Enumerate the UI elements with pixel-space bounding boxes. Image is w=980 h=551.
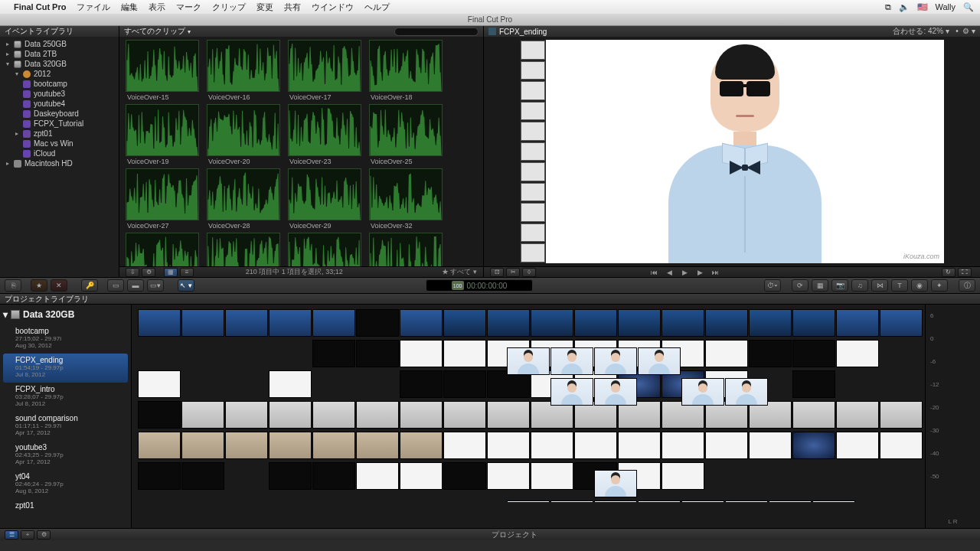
import-button[interactable]: ⇩ [126, 268, 139, 277]
app-menu[interactable]: Final Cut Pro [14, 2, 66, 11]
thumbnail[interactable] [269, 370, 312, 398]
thumbnail[interactable] [662, 309, 704, 337]
thumbnail[interactable] [181, 432, 224, 459]
thumbnail[interactable] [705, 432, 748, 459]
thumbnail[interactable] [487, 401, 530, 429]
event-item[interactable]: youtube4 [0, 99, 119, 109]
thumbnail[interactable] [531, 309, 573, 337]
thumbnail[interactable] [356, 309, 399, 337]
thumbnail[interactable] [507, 500, 550, 502]
thumbnail[interactable] [312, 340, 355, 367]
photos-button[interactable]: 📷 [831, 279, 848, 292]
clip-item[interactable] [288, 233, 361, 266]
thumbnail[interactable] [312, 309, 355, 337]
display-icon[interactable]: ⧉ [885, 2, 891, 12]
thumbnail[interactable] [225, 401, 268, 429]
drive-item[interactable]: ▸Data 250GB [0, 39, 119, 49]
thumbnail[interactable] [681, 378, 724, 406]
effects-button[interactable]: ▦ [812, 279, 828, 292]
thumbnail[interactable] [749, 432, 792, 459]
event-item[interactable]: bootcamp [0, 79, 119, 89]
event-item[interactable]: ▸zpt01 [0, 129, 119, 139]
clip-item[interactable]: VoiceOver-20 [207, 104, 280, 165]
thumbnail[interactable] [836, 309, 879, 337]
select-tool[interactable]: ↖ ▾ [178, 279, 194, 292]
clip-item[interactable]: VoiceOver-16 [207, 40, 280, 101]
thumbnail[interactable] [443, 340, 486, 367]
play-button[interactable]: ▶ [679, 269, 690, 276]
thumbnail[interactable] [531, 462, 573, 490]
drive-item[interactable]: ▸Data 2TB [0, 49, 119, 59]
menu-mark[interactable]: マーク [176, 2, 201, 13]
event-item[interactable]: Daskeyboard [0, 109, 119, 119]
project-row[interactable]: sound comparison01:17;11 - 29.97iApr 17,… [3, 412, 128, 441]
thumbnail[interactable] [705, 309, 748, 337]
thumbnail[interactable] [792, 309, 835, 337]
menu-modify[interactable]: 変更 [256, 2, 273, 13]
thumbnail[interactable] [400, 340, 443, 367]
import-media-button[interactable]: ⎘ [5, 279, 21, 292]
thumbnail[interactable] [443, 462, 486, 490]
thumbnail[interactable] [618, 309, 661, 337]
thumbnail[interactable] [662, 432, 704, 459]
viewer-canvas[interactable]: iKouza.com [484, 37, 980, 266]
thumbnail[interactable] [574, 432, 617, 459]
clip-item[interactable] [369, 233, 443, 266]
project-row[interactable]: FCPX_ending01:54;19 - 29.97pJul 8, 2012 [3, 354, 128, 383]
menu-edit[interactable]: 編集 [121, 2, 138, 13]
thumbnail[interactable] [550, 378, 593, 406]
thumbnail[interactable] [487, 432, 530, 459]
go-end-button[interactable]: ⏭ [710, 269, 720, 276]
clip-item[interactable]: VoiceOver-23 [288, 104, 361, 165]
user-name[interactable]: Wally [936, 2, 956, 11]
project-row[interactable]: FCPX_intro03:28;07 - 29.97pJul 8, 2012 [3, 383, 128, 412]
viewer-settings-button[interactable]: ⚙ ▾ [962, 27, 975, 35]
thumbnail[interactable] [725, 378, 768, 406]
macos-menubar[interactable]: Final Cut Pro ファイル 編集 表示 マーク クリップ 変更 共有 … [0, 0, 980, 14]
thumbnail[interactable] [749, 340, 792, 367]
thumbnail[interactable] [356, 340, 399, 367]
go-start-button[interactable]: ⏮ [648, 269, 659, 276]
event-item[interactable]: iCloud [0, 148, 119, 158]
clip-item[interactable]: VoiceOver-25 [369, 104, 443, 165]
loop-button[interactable]: ↻ [942, 268, 956, 277]
thumbnail[interactable] [880, 432, 923, 459]
thumbnail[interactable] [443, 432, 486, 459]
thumbnail[interactable] [792, 370, 835, 398]
transitions-button[interactable]: ⋈ [871, 279, 888, 292]
thumbnail[interactable] [594, 347, 637, 375]
project-drive[interactable]: ▾Data 320GB [3, 309, 128, 320]
retime-button[interactable]: ⏱▾ [764, 279, 781, 292]
generators-button[interactable]: ◉ [911, 279, 928, 292]
flag-icon[interactable]: 🇺🇸 [917, 2, 928, 12]
timeline-index-button[interactable]: ☰ [5, 530, 18, 540]
project-row[interactable]: youtube302:43;25 - 29.97pApr 17, 2012 [3, 441, 128, 470]
thumbnail[interactable] [705, 340, 748, 367]
thumbnail[interactable] [400, 370, 443, 398]
menu-view[interactable]: 表示 [149, 2, 165, 13]
thumbnail[interactable] [400, 462, 443, 490]
thumbnail[interactable] [400, 309, 443, 337]
thumbnail[interactable] [594, 500, 637, 502]
event-item[interactable]: Mac vs Win [0, 139, 119, 148]
menu-help[interactable]: ヘルプ [364, 2, 390, 13]
thumbnail[interactable] [138, 462, 181, 490]
thumbnail[interactable] [880, 309, 923, 337]
settings-button[interactable]: ⚙ [37, 530, 51, 540]
clip-item[interactable]: VoiceOver-15 [126, 40, 199, 101]
thumbnail[interactable] [769, 500, 812, 502]
inspector-button[interactable]: ⓘ [959, 279, 975, 292]
thumbnail[interactable] [138, 309, 181, 337]
thumbnail[interactable] [487, 309, 530, 337]
thumbnail[interactable] [792, 401, 835, 429]
menu-clip[interactable]: クリップ [212, 2, 246, 13]
list-view-button[interactable]: ≡ [180, 268, 194, 277]
menu-window[interactable]: ウインドウ [312, 2, 354, 13]
clip-item[interactable]: VoiceOver-18 [369, 40, 443, 101]
insert-button[interactable]: ▬ [127, 279, 144, 292]
project-row[interactable]: zpt01 [3, 499, 128, 514]
prev-frame-button[interactable]: ◀ [664, 269, 675, 276]
thumbnail[interactable] [138, 432, 181, 459]
browser-search-input[interactable] [394, 28, 479, 36]
clip-item[interactable]: VoiceOver-32 [369, 168, 443, 230]
